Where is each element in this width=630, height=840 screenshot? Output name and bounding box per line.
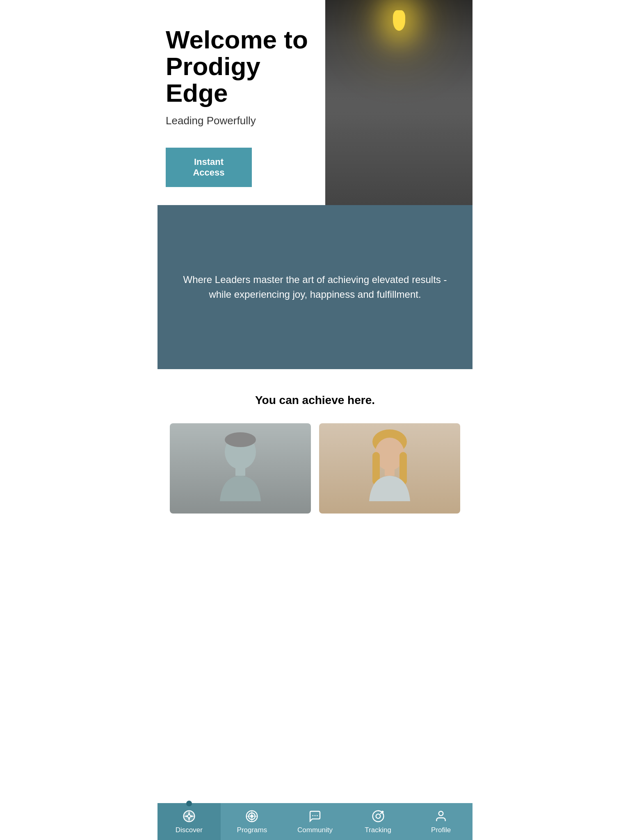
profile-card-left	[170, 423, 311, 514]
instant-access-button[interactable]: Instant Access	[166, 148, 252, 187]
profiles-row	[166, 423, 464, 514]
achieve-heading: You can achieve here.	[166, 394, 464, 407]
hero-section: Welcome to Prodigy Edge Leading Powerful…	[158, 0, 472, 205]
svg-rect-2	[235, 468, 245, 476]
tagline-section: Where Leaders master the art of achievin…	[158, 205, 472, 369]
person-silhouette-left	[216, 427, 265, 509]
table-area	[325, 82, 472, 205]
person-silhouette-right	[365, 427, 414, 509]
hero-subtitle: Leading Powerfully	[166, 114, 313, 127]
svg-point-1	[225, 432, 256, 447]
profile-placeholder-right	[319, 423, 460, 514]
bottom-nav-spacer	[158, 522, 472, 559]
profile-placeholder-left	[170, 423, 311, 514]
tagline-text: Where Leaders master the art of achievin…	[174, 272, 456, 302]
profile-card-right	[319, 423, 460, 514]
hero-image	[325, 0, 472, 205]
meeting-scene	[325, 0, 472, 205]
achieve-section: You can achieve here.	[158, 369, 472, 522]
bulb-glow	[393, 10, 405, 31]
svg-rect-7	[385, 468, 395, 476]
hero-title: Welcome to Prodigy Edge	[166, 26, 313, 106]
hero-text-block: Welcome to Prodigy Edge Leading Powerful…	[158, 0, 325, 205]
